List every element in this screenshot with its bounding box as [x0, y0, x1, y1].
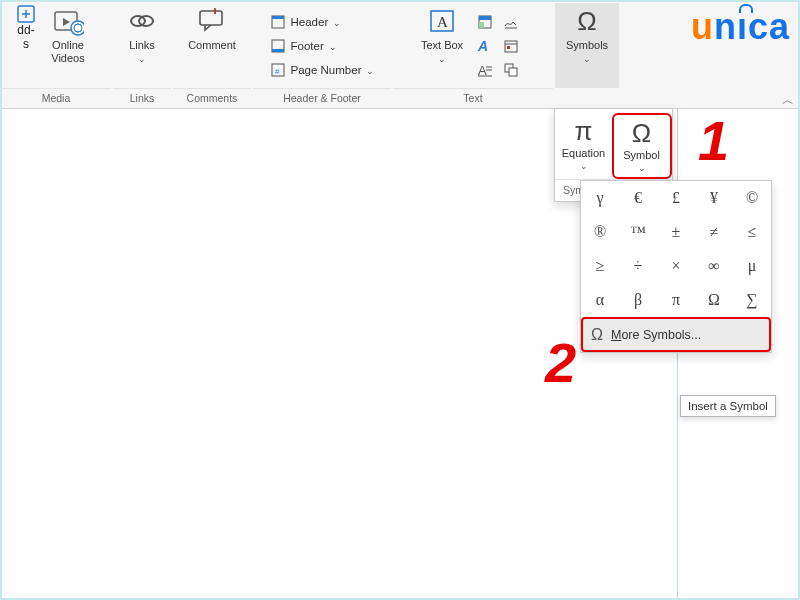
- group-label-comments: Comments: [173, 88, 251, 108]
- comment-button[interactable]: Comment: [174, 3, 250, 88]
- annotation-2: 2: [545, 330, 576, 395]
- date-time-button[interactable]: [499, 35, 523, 57]
- omega-icon: Ω: [614, 117, 670, 149]
- collapse-ribbon-button[interactable]: ︿: [782, 92, 794, 109]
- symbol-cell[interactable]: ©: [733, 181, 771, 215]
- svg-rect-10: [272, 16, 284, 19]
- symbol-cell[interactable]: ÷: [619, 249, 657, 283]
- header-button[interactable]: Header ⌄: [266, 12, 346, 32]
- more-symbols-button[interactable]: Ω More Symbols...: [581, 317, 771, 352]
- object-button[interactable]: [499, 59, 523, 81]
- svg-text:A: A: [477, 38, 488, 54]
- page-number-icon: #: [270, 62, 286, 78]
- links-label: Links: [129, 39, 155, 52]
- group-label-links: Links: [113, 88, 171, 108]
- online-videos-icon: [52, 5, 84, 37]
- symbol-cell[interactable]: £: [657, 181, 695, 215]
- page-number-button[interactable]: # Page Number ⌄: [266, 60, 379, 80]
- online-videos-label: Online Videos: [40, 39, 96, 64]
- symbol-cell[interactable]: ≥: [581, 249, 619, 283]
- chevron-down-icon: ⌄: [583, 54, 591, 64]
- quick-parts-button[interactable]: [473, 11, 497, 33]
- symbol-cell[interactable]: Ω: [695, 283, 733, 317]
- page-number-label: Page Number: [291, 64, 362, 76]
- symbol-cell[interactable]: μ: [733, 249, 771, 283]
- svg-rect-6: [200, 11, 222, 25]
- chevron-down-icon: ⌄: [329, 42, 337, 52]
- links-button[interactable]: Links ⌄: [113, 3, 171, 88]
- group-label-text: Text: [393, 88, 553, 108]
- addins-label: dd-: [17, 23, 34, 37]
- omega-icon: Ω: [591, 326, 603, 344]
- svg-text:#: #: [275, 67, 280, 76]
- symbol-gallery: γ€£¥©®™±≠≤≥÷×∞μαβπΩ∑ Ω More Symbols...: [580, 180, 772, 353]
- symbol-cell[interactable]: ×: [657, 249, 695, 283]
- svg-rect-22: [505, 41, 517, 52]
- symbol-cell[interactable]: €: [619, 181, 657, 215]
- more-symbols-label: More Symbols...: [611, 328, 701, 342]
- symbol-cell[interactable]: α: [581, 283, 619, 317]
- addins-sub: s: [23, 37, 29, 51]
- svg-text:A: A: [437, 14, 448, 30]
- footer-label: Footer: [291, 40, 324, 52]
- header-label: Header: [291, 16, 329, 28]
- symbol-cell[interactable]: ®: [581, 215, 619, 249]
- symbol-cell[interactable]: ±: [657, 215, 695, 249]
- symbols-button[interactable]: Ω Symbols ⌄: [555, 3, 619, 88]
- tooltip: Insert a Symbol: [680, 395, 776, 417]
- chevron-down-icon: ⌄: [614, 163, 670, 173]
- svg-rect-24: [507, 46, 510, 49]
- addins-button[interactable]: dd- s: [14, 3, 38, 88]
- svg-rect-30: [509, 68, 517, 76]
- equation-button[interactable]: π Equation ⌄: [556, 113, 612, 179]
- symbol-cell[interactable]: ¥: [695, 181, 733, 215]
- group-label-header-footer: Header & Footer: [253, 88, 391, 108]
- online-videos-button[interactable]: Online Videos: [38, 3, 98, 88]
- chevron-down-icon: ⌄: [138, 54, 146, 64]
- pi-icon: π: [556, 115, 612, 147]
- header-icon: [270, 14, 286, 30]
- symbol-cell[interactable]: ∞: [695, 249, 733, 283]
- signature-button[interactable]: [499, 11, 523, 33]
- svg-marker-2: [63, 18, 70, 26]
- svg-rect-18: [479, 16, 491, 20]
- unica-logo: unıca: [691, 6, 790, 48]
- symbol-cell[interactable]: ∑: [733, 283, 771, 317]
- omega-icon: Ω: [571, 5, 603, 37]
- svg-rect-12: [272, 49, 284, 52]
- symbol-cell[interactable]: ≠: [695, 215, 733, 249]
- symbol-cell[interactable]: ™: [619, 215, 657, 249]
- symbols-label: Symbols: [566, 39, 608, 52]
- links-icon: [126, 5, 158, 37]
- symbol-button[interactable]: Ω Symbol ⌄: [612, 113, 672, 179]
- textbox-button[interactable]: A Text Box ⌄: [417, 3, 467, 88]
- group-label-media: Media: [1, 88, 111, 108]
- symbol-cell[interactable]: γ: [581, 181, 619, 215]
- symbol-label: Symbol: [614, 149, 670, 161]
- chevron-down-icon: ⌄: [333, 18, 341, 28]
- symbol-cell[interactable]: β: [619, 283, 657, 317]
- chevron-down-icon: ⌄: [438, 54, 446, 64]
- textbox-icon: A: [426, 5, 458, 37]
- textbox-label: Text Box: [421, 39, 463, 52]
- symbol-cell[interactable]: ≤: [733, 215, 771, 249]
- annotation-1: 1: [698, 108, 729, 173]
- svg-rect-19: [479, 22, 484, 28]
- chevron-down-icon: ⌄: [556, 161, 612, 171]
- addins-icon: [17, 5, 35, 23]
- chevron-down-icon: ⌄: [366, 66, 374, 76]
- dropcap-button[interactable]: A: [473, 59, 497, 81]
- footer-button[interactable]: Footer ⌄: [266, 36, 341, 56]
- equation-label: Equation: [556, 147, 612, 159]
- footer-icon: [270, 38, 286, 54]
- comment-icon: [196, 5, 228, 37]
- symbol-cell[interactable]: π: [657, 283, 695, 317]
- wordart-button[interactable]: A: [473, 35, 497, 57]
- svg-point-8: [214, 8, 216, 10]
- comment-label: Comment: [188, 39, 236, 52]
